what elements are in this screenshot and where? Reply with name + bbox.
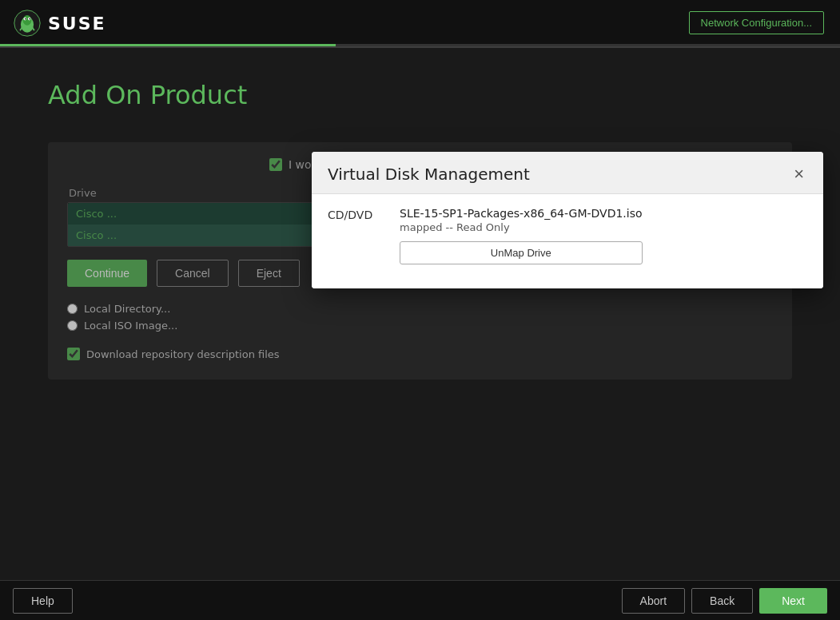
abort-button[interactable]: Abort [622, 588, 685, 614]
main-content: Add On Product I would like to install a… [0, 48, 840, 395]
svg-point-2 [23, 15, 32, 26]
bottom-bar: Help Abort Back Next [0, 580, 840, 620]
network-config-button[interactable]: Network Configuration... [689, 11, 824, 34]
next-button[interactable]: Next [759, 588, 827, 614]
dialog-close-button[interactable]: × [790, 165, 807, 183]
dialog-title: Virtual Disk Management [328, 165, 530, 184]
virtual-disk-dialog: Virtual Disk Management × CD/DVD SLE-15-… [312, 152, 823, 288]
dialog-drive-filename: SLE-15-SP1-Packages-x86_64-GM-DVD1.iso [400, 207, 643, 220]
suse-gecko-icon [13, 9, 42, 38]
unmap-drive-button[interactable]: UnMap Drive [400, 241, 643, 264]
help-button[interactable]: Help [13, 588, 73, 614]
dialog-overlay: Virtual Disk Management × CD/DVD SLE-15-… [0, 48, 840, 395]
svg-point-6 [29, 18, 30, 20]
dialog-header: Virtual Disk Management × [312, 152, 823, 194]
suse-logo-text: SUSE [48, 14, 106, 34]
dialog-body: CD/DVD SLE-15-SP1-Packages-x86_64-GM-DVD… [312, 194, 823, 288]
top-bar: SUSE Network Configuration... [0, 0, 840, 48]
back-button[interactable]: Back [691, 588, 753, 614]
suse-logo: SUSE [13, 9, 106, 38]
svg-point-5 [25, 18, 26, 20]
dialog-drive-row: CD/DVD SLE-15-SP1-Packages-x86_64-GM-DVD… [328, 207, 807, 264]
bottom-right: Abort Back Next [622, 588, 827, 614]
dialog-drive-status: mapped -- Read Only [400, 221, 643, 233]
bottom-left: Help [13, 588, 73, 614]
dialog-drive-type: CD/DVD [328, 207, 384, 221]
dialog-drive-info: SLE-15-SP1-Packages-x86_64-GM-DVD1.iso m… [400, 207, 643, 264]
